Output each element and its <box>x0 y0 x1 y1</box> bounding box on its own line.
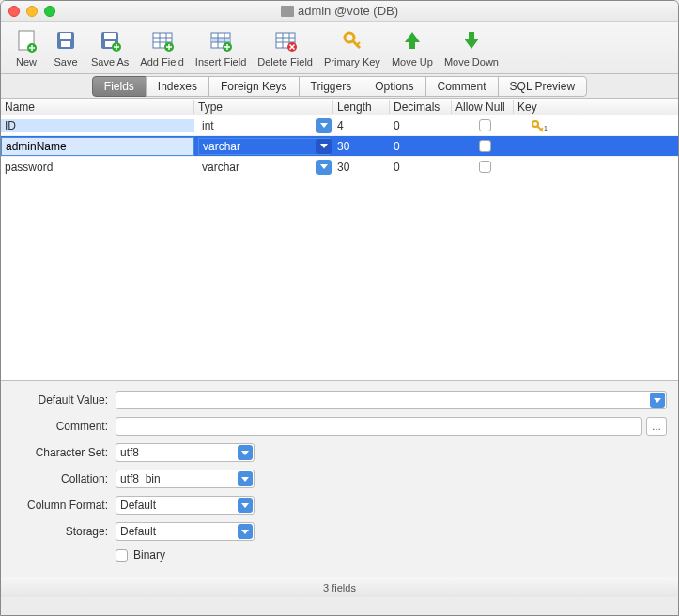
field-decimals-cell[interactable]: 0 <box>390 119 452 132</box>
titlebar: admin @vote (DB) <box>1 1 678 22</box>
comment-ellipsis-button[interactable]: … <box>646 417 667 436</box>
col-length-header[interactable]: Length <box>333 100 390 114</box>
new-icon <box>12 26 40 54</box>
svg-rect-3 <box>60 33 71 38</box>
field-allownull-cell[interactable] <box>452 140 514 152</box>
field-length-cell[interactable]: 30 <box>333 140 390 153</box>
moveup-icon <box>398 26 426 54</box>
tab-indexes[interactable]: Indexes <box>146 76 209 97</box>
collation-select[interactable]: utf8_bin <box>116 470 255 488</box>
allownull-checkbox[interactable] <box>479 119 491 131</box>
save-icon <box>52 26 80 54</box>
chevron-down-icon[interactable] <box>316 160 332 175</box>
svg-text:1: 1 <box>544 125 548 131</box>
comment-input[interactable] <box>116 417 642 436</box>
fields-grid: Name Type Length Decimals Allow Null Key… <box>1 99 678 380</box>
comment-label: Comment: <box>12 420 116 433</box>
primary-key-icon: 1 <box>531 119 548 132</box>
field-length-cell[interactable]: 4 <box>333 119 390 132</box>
saveas-icon <box>96 26 124 54</box>
saveas-button[interactable]: Save As <box>85 24 134 69</box>
binary-label: Binary <box>133 548 165 562</box>
grid-header: Name Type Length Decimals Allow Null Key <box>1 99 678 116</box>
field-length-cell[interactable]: 30 <box>333 161 390 174</box>
field-allownull-cell[interactable] <box>452 119 514 131</box>
column-format-label: Column Format: <box>12 499 116 512</box>
collation-label: Collation: <box>12 472 116 485</box>
field-decimals-cell[interactable]: 0 <box>390 161 452 174</box>
window-title: admin @vote (DB) <box>1 4 678 18</box>
tab-bar: FieldsIndexesForeign KeysTriggersOptions… <box>1 74 678 99</box>
movedown-button[interactable]: Move Down <box>439 24 504 69</box>
field-decimals-cell[interactable]: 0 <box>390 140 452 153</box>
field-details: Default Value: Comment: … Character Set:… <box>1 380 678 577</box>
save-button[interactable]: Save <box>46 24 85 69</box>
status-text: 3 fields <box>323 582 356 593</box>
chevron-down-icon[interactable] <box>238 471 253 486</box>
field-row[interactable]: IDint401 <box>1 116 678 136</box>
svg-line-33 <box>541 128 543 130</box>
type-select[interactable]: varchar <box>198 159 330 176</box>
tab-sql-preview[interactable]: SQL Preview <box>498 76 588 97</box>
column-format-select[interactable]: Default <box>116 496 255 515</box>
deletefield-icon <box>271 26 300 54</box>
tab-fields[interactable]: Fields <box>92 76 147 97</box>
field-allownull-cell[interactable] <box>452 161 514 173</box>
deletefield-button[interactable]: Delete Field <box>252 24 318 69</box>
tab-options[interactable]: Options <box>363 76 425 97</box>
insertfield-button[interactable]: Insert Field <box>190 24 252 69</box>
moveup-button[interactable]: Move Up <box>386 24 439 69</box>
status-bar: 3 fields <box>1 577 678 597</box>
storage-select[interactable]: Default <box>116 522 255 541</box>
svg-rect-4 <box>61 41 70 47</box>
svg-line-30 <box>357 42 360 45</box>
chevron-down-icon[interactable] <box>316 139 332 154</box>
field-name-cell[interactable]: adminName <box>1 137 194 156</box>
primarykey-button[interactable]: Primary Key <box>318 24 386 69</box>
col-name-header[interactable]: Name <box>1 100 194 114</box>
default-value-label: Default Value: <box>12 393 116 407</box>
table-icon <box>281 6 294 17</box>
field-type-cell[interactable]: varchar <box>194 159 333 176</box>
chevron-down-icon[interactable] <box>238 498 253 513</box>
field-key-cell[interactable]: 1 <box>514 119 561 132</box>
svg-rect-6 <box>104 33 116 38</box>
field-row[interactable]: passwordvarchar300 <box>1 157 678 177</box>
chevron-down-icon[interactable] <box>238 524 253 539</box>
primarykey-icon <box>338 26 366 54</box>
field-name-cell[interactable]: password <box>1 161 194 174</box>
allownull-checkbox[interactable] <box>479 161 491 173</box>
field-type-cell[interactable]: int <box>194 117 333 134</box>
new-button[interactable]: New <box>7 24 46 69</box>
default-value-select[interactable] <box>116 391 667 409</box>
type-select[interactable]: varchar <box>198 138 330 155</box>
col-decimals-header[interactable]: Decimals <box>390 100 452 114</box>
tab-foreign-keys[interactable]: Foreign Keys <box>208 76 300 97</box>
insertfield-icon <box>207 26 235 54</box>
field-row[interactable]: adminNamevarchar300 <box>1 136 678 157</box>
type-select[interactable]: int <box>198 117 330 134</box>
addfield-icon <box>148 26 177 54</box>
col-type-header[interactable]: Type <box>194 100 333 114</box>
toolbar: NewSaveSave AsAdd FieldInsert FieldDelet… <box>1 22 678 74</box>
chevron-down-icon[interactable] <box>238 445 253 460</box>
storage-label: Storage: <box>12 525 116 538</box>
svg-rect-16 <box>211 38 230 42</box>
charset-label: Character Set: <box>12 446 116 459</box>
addfield-button[interactable]: Add Field <box>134 24 189 69</box>
chevron-down-icon[interactable] <box>650 393 665 408</box>
tab-triggers[interactable]: Triggers <box>299 76 364 97</box>
allownull-checkbox[interactable] <box>479 140 491 152</box>
col-key-header[interactable]: Key <box>514 100 561 114</box>
tab-comment[interactable]: Comment <box>425 76 499 97</box>
chevron-down-icon[interactable] <box>316 118 332 133</box>
binary-checkbox[interactable] <box>116 549 128 562</box>
field-type-cell[interactable]: varchar <box>194 138 333 155</box>
movedown-icon <box>457 26 486 54</box>
field-name-cell[interactable]: ID <box>1 119 194 132</box>
charset-select[interactable]: utf8 <box>116 443 255 462</box>
col-allownull-header[interactable]: Allow Null <box>452 100 514 114</box>
